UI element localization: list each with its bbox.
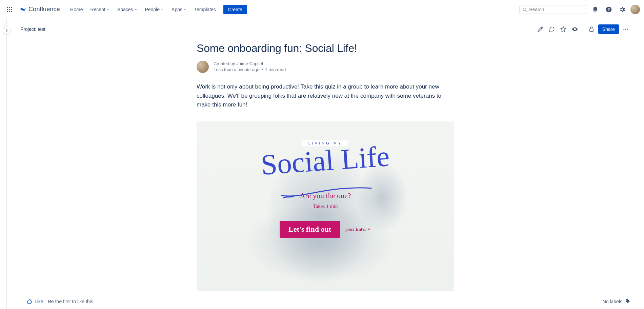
like-label: Like xyxy=(35,299,43,304)
nav-recent-label: Recent xyxy=(90,7,105,12)
sidebar-collapsed xyxy=(0,19,7,309)
quiz-cta-row: Let's find out press Enter ↵ xyxy=(280,221,371,238)
star-icon xyxy=(560,26,566,32)
thumbs-up-icon xyxy=(27,299,33,304)
confluence-logo-text: Confluence xyxy=(28,6,60,13)
svg-point-2 xyxy=(11,7,12,8)
more-actions-button[interactable] xyxy=(621,24,630,34)
chevron-down-icon xyxy=(183,8,187,11)
search-input[interactable] xyxy=(529,7,584,12)
breadcrumb[interactable]: Project: test xyxy=(20,26,45,32)
hint-arrow: ↵ xyxy=(366,227,371,232)
page-body: Work is not only about being productive!… xyxy=(197,82,454,109)
watch-button[interactable] xyxy=(570,24,580,34)
confluence-logo-icon xyxy=(19,6,26,13)
profile-avatar[interactable] xyxy=(630,5,640,14)
page-footer-bar: Like Be the first to like this No labels xyxy=(14,294,644,309)
topbar-left: Confluence Home Recent Spaces People App… xyxy=(4,4,247,15)
nav-spaces[interactable]: Spaces xyxy=(114,5,141,14)
svg-point-16 xyxy=(625,29,626,30)
quiz-embed: LIVING MY Social Life Are you the one? T… xyxy=(197,121,454,291)
top-navbar: Confluence Home Recent Spaces People App… xyxy=(0,0,644,19)
quiz-start-button[interactable]: Let's find out xyxy=(280,221,340,238)
page-content: Some onboarding fun: Social Life! Create… xyxy=(190,42,461,294)
unlock-icon xyxy=(588,26,595,32)
add-label-button[interactable] xyxy=(625,298,630,305)
byline-meta: Less than a minute ago • 1 min read xyxy=(214,67,286,73)
primary-nav: Home Recent Spaces People Apps Templates… xyxy=(67,5,247,14)
author-avatar[interactable] xyxy=(197,61,209,73)
svg-point-7 xyxy=(9,11,10,12)
byline: Created by Jaime Capitel Less than a min… xyxy=(197,61,454,73)
nav-templates-label: Templates xyxy=(194,7,216,12)
chevron-down-icon xyxy=(134,8,138,11)
dot-separator: • xyxy=(261,67,263,73)
author-name[interactable]: Jaime Capitel xyxy=(236,61,263,66)
labels-row: No labels xyxy=(603,298,630,305)
svg-point-8 xyxy=(11,11,12,12)
nav-people[interactable]: People xyxy=(142,5,168,14)
confluence-logo[interactable]: Confluence xyxy=(16,6,63,13)
chevron-right-icon xyxy=(5,28,9,33)
svg-line-10 xyxy=(526,10,527,11)
svg-point-6 xyxy=(7,11,8,12)
notifications-icon[interactable] xyxy=(590,4,601,15)
star-button[interactable] xyxy=(559,24,568,34)
topbar-right: ? xyxy=(519,4,640,15)
restrictions-button[interactable] xyxy=(587,24,596,34)
search-icon xyxy=(522,7,527,12)
svg-point-15 xyxy=(623,29,624,30)
created-by-line: Created by Jaime Capitel xyxy=(214,61,286,67)
nav-people-label: People xyxy=(145,7,160,12)
time-ago: Less than a minute ago xyxy=(214,67,259,73)
nav-home[interactable]: Home xyxy=(67,5,86,14)
nav-recent[interactable]: Recent xyxy=(87,5,113,14)
expand-sidebar-button[interactable] xyxy=(3,26,11,35)
svg-point-5 xyxy=(11,9,12,10)
nav-templates[interactable]: Templates xyxy=(191,5,219,14)
quiz-keyboard-hint: press Enter ↵ xyxy=(345,227,371,232)
chevron-down-icon xyxy=(161,8,164,11)
settings-icon[interactable] xyxy=(617,4,628,15)
nav-spaces-label: Spaces xyxy=(117,7,133,12)
content-scroll[interactable]: Some onboarding fun: Social Life! Create… xyxy=(7,35,644,294)
svg-point-1 xyxy=(9,7,10,8)
quiz-time: Takes 1 min xyxy=(313,204,338,209)
app-switcher-icon[interactable] xyxy=(4,4,15,15)
page-container: Project: test Share xyxy=(7,19,644,309)
edit-button[interactable] xyxy=(536,24,545,34)
page-title: Some onboarding fun: Social Life! xyxy=(197,42,454,55)
svg-point-13 xyxy=(574,29,575,30)
comments-button[interactable] xyxy=(547,24,557,34)
byline-text: Created by Jaime Capitel Less than a min… xyxy=(214,61,286,73)
create-button[interactable]: Create xyxy=(223,5,247,14)
like-button[interactable]: Like xyxy=(27,299,43,304)
nav-home-label: Home xyxy=(70,7,83,12)
like-row: Like Be the first to like this xyxy=(27,299,93,304)
search-box[interactable] xyxy=(519,5,587,14)
svg-point-3 xyxy=(7,9,8,10)
svg-point-17 xyxy=(627,29,628,30)
eye-icon xyxy=(572,26,578,32)
help-icon[interactable]: ? xyxy=(603,4,614,15)
svg-point-18 xyxy=(626,300,627,300)
page-header: Project: test Share xyxy=(7,19,644,35)
read-time: 1 min read xyxy=(265,67,286,73)
tag-icon xyxy=(625,298,630,304)
hint-key: Enter xyxy=(356,227,366,232)
quiz-content: LIVING MY Social Life Are you the one? T… xyxy=(197,121,454,291)
svg-point-4 xyxy=(9,9,10,10)
svg-point-0 xyxy=(7,7,8,8)
no-labels-text: No labels xyxy=(603,299,622,304)
more-horizontal-icon xyxy=(623,26,629,32)
page-actions: Share xyxy=(536,24,630,34)
share-button[interactable]: Share xyxy=(598,24,619,34)
like-meta: Be the first to like this xyxy=(48,299,93,304)
svg-rect-14 xyxy=(589,29,593,32)
separator xyxy=(583,26,583,33)
nav-apps[interactable]: Apps xyxy=(168,5,190,14)
pencil-icon xyxy=(537,26,543,32)
comment-icon xyxy=(549,26,555,32)
chevron-down-icon xyxy=(106,8,110,11)
created-by-prefix: Created by xyxy=(214,61,236,66)
